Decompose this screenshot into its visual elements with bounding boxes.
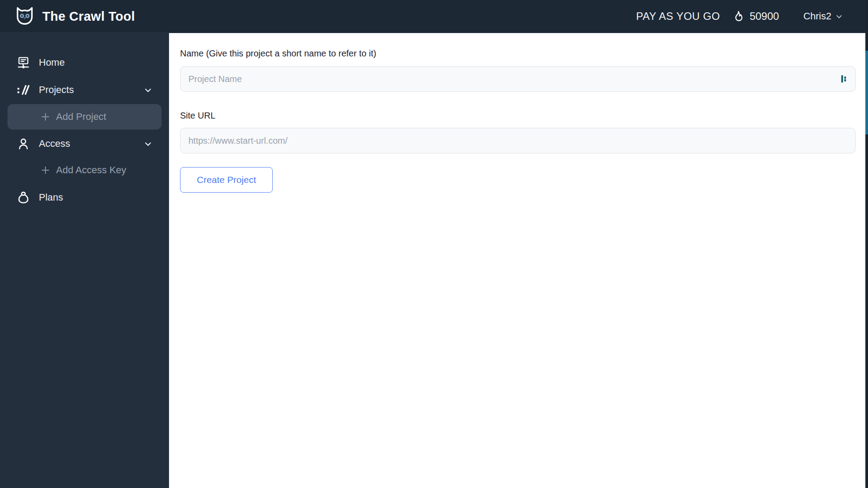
- chevron-down-icon[interactable]: [144, 140, 152, 148]
- brand[interactable]: The Crawl Tool: [15, 6, 135, 26]
- sitemap-screen-icon: [16, 56, 31, 70]
- sidebar-item-label: Home: [39, 57, 152, 68]
- sidebar-item-projects[interactable]: Projects: [0, 80, 169, 100]
- sidebar-item-add-access-key[interactable]: Add Access Key: [8, 161, 162, 179]
- page-scrollbar[interactable]: [865, 0, 868, 488]
- plan-label: PAY AS YOU GO: [636, 10, 720, 22]
- app-title: The Crawl Tool: [42, 9, 135, 24]
- site-url-label: Site URL: [180, 110, 856, 121]
- create-project-button[interactable]: Create Project: [180, 167, 273, 193]
- add-project-form: Name (Give this project a short name to …: [169, 33, 868, 488]
- chevron-down-icon[interactable]: [144, 86, 152, 94]
- project-name-label: Name (Give this project a short name to …: [180, 48, 856, 59]
- url-protocol-icon: [16, 83, 31, 97]
- plus-icon: [40, 165, 51, 175]
- sidebar: Home Projects A: [0, 33, 169, 488]
- sidebar-item-label: Add Access Key: [56, 164, 126, 176]
- person-icon: [16, 137, 31, 151]
- sidebar-item-label: Access: [39, 138, 144, 149]
- scrollbar-thumb[interactable]: [865, 51, 868, 134]
- sidebar-item-label: Add Project: [56, 111, 106, 123]
- app-header: The Crawl Tool PAY AS YOU GO 50900 Chris…: [0, 0, 868, 33]
- password-manager-autofill-icon[interactable]: [839, 74, 849, 84]
- chevron-down-icon: [835, 13, 843, 20]
- header-right: PAY AS YOU GO 50900 Chris2: [636, 10, 843, 22]
- app-root: The Crawl Tool PAY AS YOU GO 50900 Chris…: [0, 0, 868, 488]
- user-menu[interactable]: Chris2: [803, 11, 843, 22]
- plus-icon: [40, 112, 51, 122]
- sidebar-item-plans[interactable]: Plans: [0, 188, 169, 207]
- credits-count: 50900: [750, 10, 779, 22]
- sidebar-item-add-project[interactable]: Add Project: [8, 104, 162, 130]
- sidebar-item-label: Plans: [39, 192, 152, 203]
- site-url-input-wrap: [180, 128, 856, 153]
- sidebar-item-home[interactable]: Home: [0, 53, 169, 72]
- flame-icon: [732, 10, 744, 22]
- sidebar-item-access[interactable]: Access: [0, 134, 169, 153]
- money-bag-icon: [16, 190, 31, 205]
- username: Chris2: [803, 11, 831, 22]
- owl-logo-icon: [15, 6, 35, 26]
- site-url-input[interactable]: [180, 128, 856, 153]
- sidebar-item-label: Projects: [39, 84, 144, 96]
- project-name-input[interactable]: [180, 66, 856, 92]
- project-name-input-wrap: [180, 66, 856, 92]
